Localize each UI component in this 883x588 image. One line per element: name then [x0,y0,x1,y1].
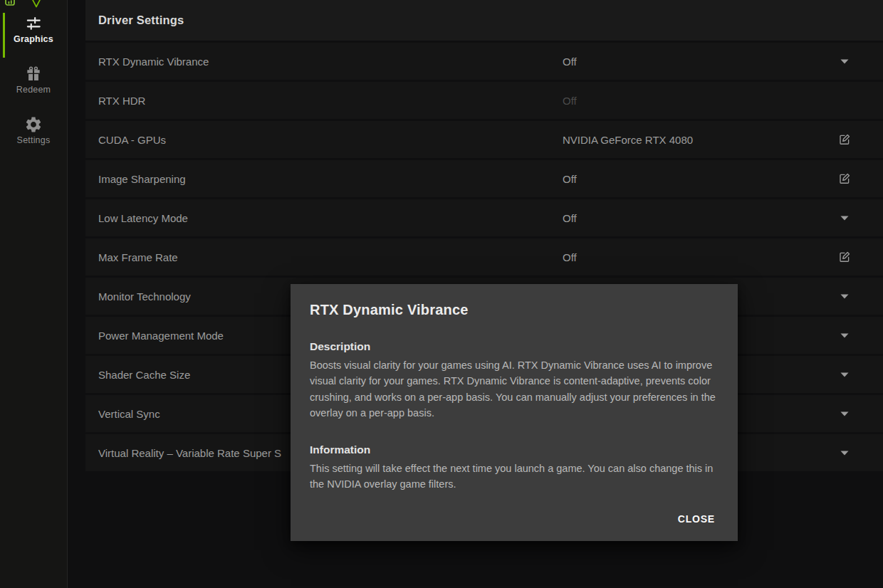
chevron-down-icon[interactable] [837,211,852,225]
edit-icon[interactable] [837,250,852,264]
chevron-down-icon[interactable] [837,328,852,342]
modal-title: RTX Dynamic Vibrance [310,302,719,318]
close-button[interactable]: CLOSE [675,509,718,529]
settings-row[interactable]: RTX Dynamic Vibrance Off [85,43,883,80]
settings-row[interactable]: Image Sharpening Off [85,160,883,197]
setting-value[interactable]: Off [563,56,577,68]
sidebar-item-label: Redeem [0,85,67,95]
edit-icon[interactable] [837,172,852,186]
chevron-down-icon[interactable] [837,367,852,382]
clipped-green-icon-2[interactable] [31,0,41,8]
setting-label: Low Latency Mode [98,212,563,224]
setting-label: RTX Dynamic Vibrance [98,56,563,68]
sidebar-item-redeem[interactable]: Redeem [0,65,67,95]
chevron-down-icon[interactable] [837,289,852,303]
clipped-toolbar-icons [0,0,67,9]
setting-value[interactable]: Off [563,173,577,185]
gift-icon [24,65,43,83]
sidebar-item-label: Graphics [0,34,67,44]
clipped-green-icon-1[interactable] [5,0,15,6]
setting-label: Max Frame Rate [98,251,563,263]
settings-row[interactable]: CUDA - GPUs NVIDIA GeForce RTX 4080 [85,121,883,158]
description-heading: Description [310,340,719,353]
setting-value[interactable]: Off [563,95,577,107]
page-title: Driver Settings [98,14,184,27]
sidebar-item-graphics[interactable]: Graphics [0,14,67,44]
information-text: This setting will take effect the next t… [310,461,719,493]
sidebar: Graphics Redeem [0,0,68,588]
setting-value[interactable]: Off [563,212,577,224]
chevron-down-icon[interactable] [837,446,852,460]
settings-row[interactable]: Low Latency Mode Off [85,199,883,236]
setting-value[interactable]: Off [563,251,577,263]
sliders-icon [24,14,43,33]
information-heading: Information [310,443,719,456]
gear-icon [24,115,43,134]
description-text: Boosts visual clarity for your games usi… [310,357,719,421]
sidebar-item-label: Settings [0,135,67,145]
chevron-down-icon[interactable] [837,54,852,68]
setting-value[interactable]: NVIDIA GeForce RTX 4080 [563,134,693,146]
settings-row[interactable]: Max Frame Rate Off [85,238,883,275]
chevron-down-icon[interactable] [837,406,852,421]
edit-icon[interactable] [837,132,852,147]
setting-label: RTX HDR [98,95,563,107]
sidebar-item-settings[interactable]: Settings [0,115,67,145]
page-header: Driver Settings [85,0,883,41]
settings-row[interactable]: RTX HDR Off [85,82,883,119]
setting-info-modal: RTX Dynamic Vibrance Description Boosts … [291,284,738,541]
setting-label: CUDA - GPUs [98,134,563,146]
setting-label: Image Sharpening [98,173,563,185]
